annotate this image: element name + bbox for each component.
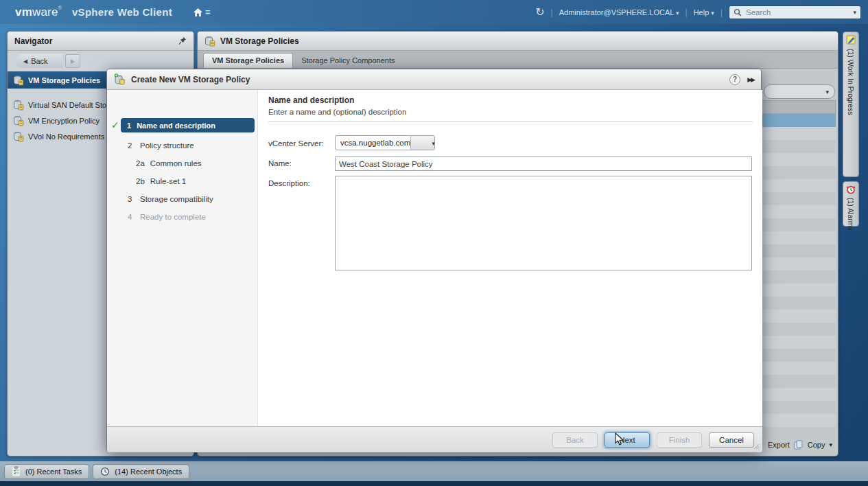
next-button[interactable]: Next: [605, 432, 650, 448]
registered-mark: ®: [58, 5, 62, 10]
content-subheading: Enter a name and (optional) description: [268, 108, 406, 116]
storage-policy-icon: [13, 115, 24, 126]
storage-policy-icon: [13, 131, 24, 142]
user-menu[interactable]: Administrator@VSPHERE.LOCAL ▾: [559, 8, 679, 16]
search-box[interactable]: Search ▾: [729, 5, 861, 19]
brand-bold: vm: [15, 5, 32, 19]
vsphere-web-client-screen: vmware® vSphere Web Client ≡ ↻ | Adminis…: [0, 0, 868, 486]
search-icon: [734, 8, 742, 16]
wizard-steps-panel: ✓ 1 Name and description 2 Policy struct…: [107, 90, 258, 426]
divider: |: [685, 8, 688, 17]
create-vm-storage-policy-dialog: Create New VM Storage Policy ? ▶▶ ✓ 1 Na…: [106, 69, 762, 452]
help-menu[interactable]: Help ▾: [694, 8, 714, 16]
content-divider: [268, 121, 753, 122]
pin-icon[interactable]: [178, 36, 187, 45]
name-label: Name:: [268, 159, 292, 167]
help-icon[interactable]: ?: [729, 74, 740, 85]
navigator-title: Navigator: [14, 36, 52, 46]
bottom-edge: [0, 481, 868, 486]
wizard-step-policy-structure[interactable]: 2 Policy structure: [107, 137, 258, 154]
dialog-titlebar[interactable]: Create New VM Storage Policy ? ▶▶: [107, 69, 761, 90]
tab-storage-policy-components[interactable]: Storage Policy Components: [293, 54, 403, 68]
collapse-steps-icon[interactable]: ▶▶: [747, 76, 754, 83]
bottom-bar: (0) Recent Tasks (14) Recent Objects: [0, 461, 868, 481]
divider: |: [720, 8, 723, 17]
recent-tasks-label: (0) Recent Tasks: [25, 467, 82, 476]
cancel-button[interactable]: Cancel: [709, 432, 754, 448]
storage-policy-icon: [13, 75, 24, 86]
wizard-step-common-rules[interactable]: 2a Common rules: [107, 154, 258, 172]
chevron-down-icon: ▾: [711, 10, 714, 16]
forward-arrow-icon: ▶: [71, 58, 75, 65]
top-bar: vmware® vSphere Web Client ≡ ↻ | Adminis…: [0, 0, 868, 24]
description-label: Description:: [268, 179, 310, 187]
copy-link[interactable]: Copy: [808, 441, 825, 449]
storage-policy-icon: [13, 100, 24, 111]
select-arrow-button[interactable]: ▾: [410, 136, 435, 150]
new-storage-policy-icon: [114, 73, 126, 85]
recent-objects-label: (14) Recent Objects: [115, 467, 182, 476]
tab-work-in-progress[interactable]: (1) Work In Progress: [843, 32, 859, 177]
tasks-clipboard-icon: [12, 466, 21, 476]
tab-alarms[interactable]: (1) Alarms: [843, 181, 859, 227]
top-right-cluster: ↻ | Administrator@VSPHERE.LOCAL ▾ | Help…: [535, 5, 861, 19]
storage-policy-icon: [204, 36, 215, 47]
wizard-step-ready-to-complete: 4 Ready to complete: [107, 208, 258, 226]
wizard-content: Name and description Enter a name and (o…: [259, 90, 762, 426]
back-arrow-icon: ◀: [23, 58, 27, 65]
wizard-step-name-and-description[interactable]: 1 Name and description: [121, 118, 255, 132]
work-in-progress-label: (1) Work In Progress: [847, 49, 855, 115]
resize-grip[interactable]: [753, 443, 760, 450]
content-heading: Name and description: [268, 95, 354, 105]
history-clock-icon: [100, 467, 110, 476]
vmware-logo: vmware® vSphere Web Client: [15, 5, 172, 19]
alarm-clock-icon: [846, 185, 856, 194]
policy-name-input[interactable]: [335, 157, 752, 171]
dialog-title: Create New VM Storage Policy: [131, 75, 250, 84]
forward-button[interactable]: ▶: [65, 54, 80, 68]
divider: |: [551, 8, 553, 17]
vcenter-server-value: vcsa.nuggetlab.com: [336, 136, 410, 150]
search-placeholder: Search: [746, 8, 849, 16]
recent-objects-tab[interactable]: (14) Recent Objects: [93, 464, 189, 479]
page-title: VM Storage Policies: [220, 36, 299, 46]
vcenter-server-select[interactable]: vcsa.nuggetlab.com ▾: [335, 135, 435, 150]
main-header: VM Storage Policies: [198, 32, 838, 51]
back-button[interactable]: ◀ Back: [13, 54, 62, 68]
recent-tasks-tab[interactable]: (0) Recent Tasks: [4, 464, 89, 479]
dialog-footer: Back Next Finish Cancel: [107, 426, 762, 452]
chevron-down-icon: ▾: [676, 10, 679, 16]
step-complete-check-icon: ✓: [111, 119, 119, 130]
table-actions: Export Copy ▾: [768, 439, 832, 451]
wizard-step-rule-set-1[interactable]: 2b Rule-set 1: [107, 172, 258, 190]
filter-dropdown[interactable]: ▾: [764, 84, 835, 99]
chevron-down-icon: ▾: [432, 140, 435, 147]
copy-icon: [794, 440, 804, 450]
nav-selected-label: VM Storage Policies: [28, 76, 100, 84]
main-tabstrip: VM Storage Policies Storage Policy Compo…: [198, 51, 838, 69]
product-name: vSphere Web Client: [72, 6, 172, 18]
brand-rest: ware: [32, 5, 58, 19]
vcenter-server-label: vCenter Server:: [268, 139, 324, 148]
note-icon: [846, 35, 856, 45]
alarms-label: (1) Alarms: [847, 198, 855, 231]
wizard-step-storage-compatibility[interactable]: 3 Storage compatibility: [107, 190, 258, 208]
chevron-down-icon: ▾: [853, 9, 856, 16]
refresh-icon[interactable]: ↻: [535, 5, 544, 19]
back-button: Back: [552, 432, 598, 448]
tab-vm-storage-policies[interactable]: VM Storage Policies: [203, 53, 293, 68]
export-link[interactable]: Export: [768, 441, 790, 449]
description-textarea[interactable]: [335, 176, 752, 270]
navigator-header: Navigator: [8, 32, 193, 51]
finish-button: Finish: [657, 432, 702, 448]
menu-icon[interactable]: ≡: [205, 7, 211, 17]
home-icon[interactable]: [193, 8, 203, 17]
chevron-down-icon: ▾: [825, 89, 829, 95]
chevron-down-icon: ▾: [829, 441, 832, 448]
